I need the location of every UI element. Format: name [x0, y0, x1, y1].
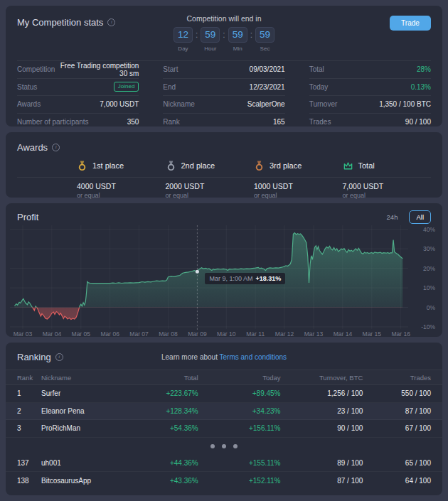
- award-amount-block: 1000 USDTor equal: [254, 182, 343, 199]
- stat-row: Trades90 / 100: [309, 114, 431, 131]
- y-axis-tick: 10%: [423, 284, 435, 291]
- pagination-dot[interactable]: [222, 444, 226, 448]
- y-axis-tick: 30%: [423, 245, 435, 252]
- pagination-dot[interactable]: [233, 444, 238, 448]
- medal-silver-icon: [166, 161, 176, 171]
- rank-cell: 3: [17, 424, 41, 432]
- countdown-unit-label: Min: [233, 45, 242, 52]
- stat-label: Trades: [309, 118, 331, 126]
- today-cell: +34.23%: [198, 407, 281, 415]
- award-note: or equal: [166, 192, 255, 199]
- stat-row: End12/23/2021: [163, 79, 284, 97]
- trades-cell: 550 / 100: [363, 389, 431, 397]
- today-cell: +156.11%: [198, 424, 281, 432]
- countdown-colon: :: [223, 27, 225, 43]
- y-axis-tick: 40%: [423, 226, 435, 233]
- stat-label: Rank: [163, 118, 179, 126]
- range-button-all[interactable]: All: [409, 210, 431, 224]
- stat-value: 7,000 USDT: [100, 100, 139, 108]
- y-axis-tick: 0%: [427, 304, 436, 311]
- x-axis-tick: Mar 14: [334, 330, 353, 338]
- countdown-title: Competition will end in: [145, 14, 303, 23]
- nickname-cell: Eleanor Pena: [41, 407, 127, 415]
- ranking-row: 137uh001+44.36%+155.11%89 / 10065 / 100: [6, 455, 442, 473]
- x-axis-tick: Mar 16: [391, 330, 410, 338]
- nickname-cell: uh001: [41, 459, 127, 467]
- stat-row: NicknameScalperOne: [163, 96, 284, 114]
- total-cell: +54.36%: [127, 424, 198, 432]
- awards-card-title: Awards i: [17, 142, 60, 153]
- crown-icon: [343, 161, 353, 171]
- countdown-unit-hour: 59Hour: [201, 27, 220, 52]
- trades-cell: 87 / 100: [363, 407, 431, 415]
- pagination-dot[interactable]: [210, 444, 215, 448]
- ranking-header-total: Total: [127, 374, 198, 382]
- ranking-header-today: Today: [198, 374, 281, 382]
- stat-label: Competition: [17, 65, 55, 73]
- countdown-unit-label: Day: [178, 45, 188, 52]
- countdown-value: 59: [201, 27, 220, 43]
- ranking-table-body: 1Surfer+223.67%+89.45%1,256 / 100550 / 1…: [6, 385, 442, 490]
- countdown-unit-label: Sec: [260, 45, 270, 52]
- stat-row: Awards7,000 USDT: [17, 96, 139, 114]
- stat-label: Awards: [17, 100, 41, 108]
- award-note: or equal: [254, 192, 343, 199]
- award-place-1st-place: 1st place: [77, 159, 166, 172]
- stat-value: 350: [127, 118, 139, 126]
- ranking-table-header: RankNicknameTotalTodayTurnover, BTCTrade…: [6, 370, 442, 385]
- info-icon[interactable]: i: [52, 144, 60, 151]
- stat-value: 1,350 / 100 BTC: [379, 100, 431, 108]
- today-cell: +152.11%: [198, 477, 281, 485]
- profit-card: Profit 24hAll 40%30%20%10%0%-10%Mar 03Ma…: [6, 203, 442, 337]
- turnover-cell: 87 / 100: [281, 477, 363, 485]
- rank-cell: 2: [17, 407, 41, 415]
- medal-gold-icon: [77, 161, 87, 171]
- stat-value: 09/03/2021: [250, 65, 285, 73]
- countdown-colon: :: [196, 27, 198, 43]
- award-place-label: 3rd place: [270, 161, 302, 170]
- y-axis-tick: -10%: [421, 323, 435, 330]
- awards-card: Awards i 1st place2nd place3rd placeTota…: [6, 132, 442, 198]
- trades-cell: 67 / 100: [363, 424, 431, 432]
- stat-value: ScalperOne: [247, 100, 285, 108]
- award-place-3rd-place: 3rd place: [254, 159, 343, 172]
- stats-column-3: Total28%Today0.13%Turnover1,350 / 100 BT…: [309, 61, 431, 131]
- countdown-colon: :: [250, 27, 252, 43]
- info-icon[interactable]: i: [107, 18, 115, 26]
- nickname-cell: BitcosaurusApp: [41, 477, 127, 485]
- tooltip-label: Mar 9, 1:00 AM: [209, 275, 252, 282]
- stat-row: StatusJoined: [17, 79, 139, 97]
- stats-card-title-text: My Competition stats: [17, 17, 103, 28]
- countdown-unit-min: 59Min: [228, 27, 247, 52]
- ranking-row: 138BitcosaurusApp+43.36%+152.11%87 / 100…: [6, 472, 442, 490]
- award-place-2nd-place: 2nd place: [166, 159, 255, 172]
- total-cell: +43.36%: [127, 477, 198, 485]
- award-note: or equal: [343, 192, 432, 199]
- stat-row: Turnover1,350 / 100 BTC: [309, 96, 431, 114]
- award-amount: 2000 USDT: [166, 182, 255, 190]
- stat-value: Free Trading competition 30 sm: [55, 62, 139, 77]
- rank-cell: 138: [17, 477, 41, 485]
- awards-card-title-text: Awards: [17, 142, 48, 153]
- countdown-value: 12: [174, 27, 193, 43]
- ranking-header-turnover-btc: Turnover, BTC: [281, 374, 363, 382]
- x-axis-tick: Mar 05: [72, 330, 91, 338]
- turnover-cell: 89 / 100: [281, 459, 363, 467]
- stats-card-title: My Competition stats i: [17, 17, 115, 28]
- stat-label: Status: [17, 83, 37, 91]
- x-axis-tick: Mar 12: [275, 330, 294, 338]
- chart-tooltip: Mar 9, 1:00 AM+18.31%: [205, 273, 285, 284]
- turnover-cell: 23 / 100: [281, 407, 363, 415]
- x-axis-tick: Mar 13: [304, 330, 324, 338]
- stat-label: Start: [163, 65, 178, 73]
- stat-value: 90 / 100: [405, 118, 431, 126]
- x-axis-tick: Mar 11: [246, 330, 265, 338]
- ranking-row: 3ProRichMan+54.36%+156.11%90 / 10067 / 1…: [6, 420, 442, 438]
- terms-and-conditions-link[interactable]: Terms and conditions: [220, 353, 287, 361]
- trade-button[interactable]: Trade: [390, 16, 431, 31]
- y-axis-tick: 20%: [423, 265, 435, 272]
- ranking-header-trades: Trades: [363, 374, 431, 382]
- profit-chart[interactable]: 40%30%20%10%0%-10%Mar 03Mar 04Mar 05Mar …: [6, 224, 442, 343]
- range-button-24h[interactable]: 24h: [380, 210, 405, 224]
- today-cell: +155.11%: [198, 459, 281, 467]
